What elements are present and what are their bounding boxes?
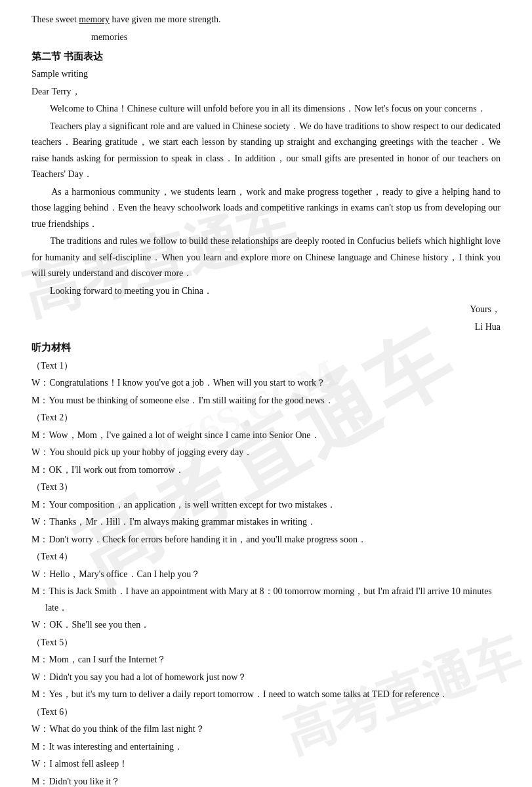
listening-line-3-3: M：Don't worry．Check for errors before ha… [31, 532, 501, 548]
listening-line-5-1: M：Mom，can I surf the Internet？ [31, 652, 501, 668]
listening-line-3-1: M：Your composition，an application，is wel… [31, 497, 501, 514]
sample-writing-label: Sample writing [31, 66, 501, 83]
listening-line-5-3: M：Yes，but it's my turn to deliver a dail… [31, 687, 501, 703]
letter-greeting: Dear Terry， [31, 84, 501, 100]
letter-p4: The traditions and rules we follow to bu… [31, 233, 501, 282]
memory-line: These sweet memory have given me more st… [31, 12, 501, 28]
listening-line-6-1: W：What do you think of the film last nig… [31, 721, 501, 738]
page-content: 高考直通车 高考直通车 高考直通车 MX6S.COM These sweet m… [0, 0, 532, 787]
letter-closing: Yours， [31, 302, 501, 318]
listening-line-6-2: M：It was interesting and entertaining． [31, 739, 501, 756]
listening-line-5-2: W：Didn't you say you had a lot of homewo… [31, 670, 501, 686]
listening-label-4: （Text 4） [31, 549, 501, 565]
correction-text: memories [91, 32, 127, 42]
listening-label-5: （Text 5） [31, 635, 501, 651]
letter-p5: Looking forward to meeting you in China． [31, 283, 501, 300]
letter-signature: Li Hua [31, 319, 501, 336]
letter-p3: As a harmonious community，we students le… [31, 184, 501, 233]
listening-label-2: （Text 2） [31, 410, 501, 426]
memory-underline: memory [79, 14, 110, 24]
listening-line-1-1: W：Congratulations！I know you've got a jo… [31, 375, 501, 392]
listening-line-4-1: W：Hello，Mary's office．Can I help you？ [31, 567, 501, 583]
listening-line-6-3: W：I almost fell asleep！ [31, 756, 501, 773]
section-title: 第二节 书面表达 [31, 48, 501, 65]
listening-label-3: （Text 3） [31, 479, 501, 496]
listening-section: 听力材料 （Text 1）W：Congratulations！I know yo… [31, 339, 501, 787]
listening-title: 听力材料 [31, 339, 501, 356]
listening-line-1-2: M：You must be thinking of someone else．I… [31, 393, 501, 409]
letter-body: Dear Terry， Welcome to China！Chinese cul… [31, 84, 501, 336]
memory-correction: memories [31, 30, 501, 46]
listening-line-3-2: W：Thanks，Mr．Hill．I'm always making gramm… [31, 514, 501, 531]
listening-texts: （Text 1）W：Congratulations！I know you've … [31, 358, 501, 788]
letter-p1: Welcome to China！Chinese culture will un… [31, 101, 501, 117]
listening-line-2-1: M：Wow，Mom，I've gained a lot of weight si… [31, 428, 501, 444]
listening-label-1: （Text 1） [31, 358, 501, 374]
listening-line-4-3: W：OK．She'll see you then． [31, 617, 501, 634]
listening-line-2-2: W：You should pick up your hobby of joggi… [31, 445, 501, 461]
listening-line-6-4: M：Didn't you like it？ [31, 774, 501, 788]
letter-p2: Teachers play a significant role and are… [31, 119, 501, 183]
listening-label-6: （Text 6） [31, 704, 501, 721]
listening-line-4-2: M：This is Jack Smith．I have an appointme… [31, 584, 501, 616]
listening-line-2-3: M：OK，I'll work out from tomorrow． [31, 462, 501, 479]
